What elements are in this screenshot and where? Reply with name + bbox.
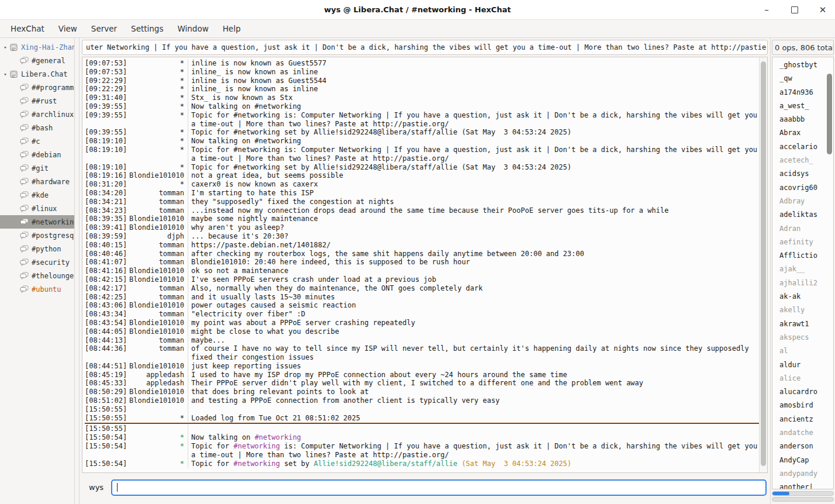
message: ok so not a maintenance bbox=[188, 267, 759, 275]
chat-line: [08:42:17]tommanAlso, normally when they… bbox=[85, 284, 759, 293]
topic-input[interactable]: uter Networking | If you have a question… bbox=[82, 40, 768, 55]
nick: * bbox=[128, 180, 184, 189]
message: Also, normally when they do maintenance,… bbox=[188, 284, 759, 293]
message-text: power outages caused a seismic reaction bbox=[191, 301, 356, 309]
chat-line: [15:50:54]*Topic for #networking is: Com… bbox=[85, 442, 759, 460]
nick: Blondie101010 bbox=[128, 267, 184, 275]
channel-row-general[interactable]: #general bbox=[0, 54, 74, 67]
user-list-panel: _ghostbyt_qwa174n936a_west_aaabbbAbraxac… bbox=[772, 57, 834, 489]
message: my point was about a PPPoE server crashi… bbox=[188, 319, 759, 327]
message-text: Blondie101010: 20:40 here indeed, this i… bbox=[191, 258, 470, 266]
channel-row-programming[interactable]: ##programming bbox=[0, 81, 74, 94]
server-row-xing-hai-zhan[interactable]: ▾Xing-Hai-Zhan bbox=[0, 40, 74, 54]
message: inline_ is now known as inline bbox=[188, 68, 759, 77]
user-count-label: 0 ops, 806 total bbox=[772, 40, 834, 55]
menu-item-settings[interactable]: Settings bbox=[124, 20, 170, 37]
message: might be close to what you describe bbox=[188, 327, 759, 336]
message-text: I'm starting to hate this ISP bbox=[191, 189, 314, 197]
message: ...instead now my connection drops dead … bbox=[188, 206, 759, 215]
channel-row-security[interactable]: #security bbox=[0, 256, 74, 269]
nick-label: wys bbox=[89, 483, 103, 492]
minimize-button[interactable]: – bbox=[761, 5, 772, 15]
message-text: caxerx0 is now known as caxerx bbox=[191, 180, 318, 188]
channel-row-hardware[interactable]: #hardware bbox=[0, 175, 74, 188]
tree-item-label: Libera.Chat bbox=[21, 70, 67, 78]
maximize-button[interactable] bbox=[789, 5, 800, 15]
message-input[interactable] bbox=[111, 479, 767, 496]
channel-row-ubuntu[interactable]: #ubuntu bbox=[0, 282, 74, 296]
nick: tomman bbox=[128, 250, 184, 258]
tree-item-label: #archlinux bbox=[32, 111, 74, 119]
channel-row-thelounge[interactable]: #thelounge bbox=[0, 269, 74, 282]
menubar: HexChatViewServerSettingsWindowHelp bbox=[0, 20, 835, 38]
chat-line: [08:42:25]tommanand it usually lasts 15~… bbox=[85, 293, 759, 302]
tree-item-label: #postgresql bbox=[32, 232, 74, 240]
channel-icon bbox=[20, 191, 29, 199]
nick: tomman bbox=[128, 344, 184, 353]
timestamp: [09:07:53] bbox=[85, 59, 128, 68]
chat-line: [08:34:21]tommanthey "supposedly" fixed … bbox=[85, 198, 759, 206]
tree-item-label: #kde bbox=[32, 191, 49, 199]
close-button[interactable]: ✕ bbox=[817, 5, 828, 15]
message: they "supposedly" fixed the congestion a… bbox=[188, 198, 759, 206]
message-text: inline is now known as Guest5544 bbox=[191, 77, 326, 85]
chat-line: [09:22:29]*inline_ is now known as inlin… bbox=[85, 85, 759, 94]
channel-row-linux[interactable]: #linux bbox=[0, 202, 74, 215]
message: Blondie101010: 20:40 here indeed, this i… bbox=[188, 258, 759, 267]
channel-row-bash[interactable]: #bash bbox=[0, 121, 74, 134]
channel-icon bbox=[20, 258, 29, 267]
channel-row-archlinux[interactable]: #archlinux bbox=[0, 108, 74, 121]
message: maybe... bbox=[188, 336, 759, 345]
channel-row-kde[interactable]: #kde bbox=[0, 188, 74, 202]
channel-row-python[interactable]: #python bbox=[0, 242, 74, 256]
nick: * bbox=[128, 163, 184, 172]
chevron-expanded-icon: ▾ bbox=[1, 71, 9, 77]
timestamp: [09:22:29] bbox=[85, 85, 128, 94]
channel-row-git[interactable]: #git bbox=[0, 161, 74, 175]
window-controls: – ✕ bbox=[761, 0, 828, 19]
chat-line: [08:19:10]*Topic for #networking is: Com… bbox=[85, 146, 759, 163]
url-link[interactable]: https://paste.debian.net/1401882/ bbox=[191, 241, 330, 249]
channel-row-postgresql[interactable]: #postgresql bbox=[0, 229, 74, 242]
chat-line: [08:39:59]djph... because it's 20:30? bbox=[85, 232, 759, 241]
timestamp: [09:39:55] bbox=[85, 111, 128, 120]
message-text: #networking bbox=[233, 442, 280, 450]
nick: Blondie101010 bbox=[128, 362, 184, 371]
menu-item-server[interactable]: Server bbox=[84, 20, 124, 37]
main-area: ▾Xing-Hai-Zhan#general▾Libera.Chat##prog… bbox=[0, 38, 835, 504]
chat-line: [09:31:40]*Stx_ is now known as Stx bbox=[85, 94, 759, 102]
timestamp: [09:39:55] bbox=[85, 102, 128, 111]
chat-line: [08:39:41]Blondie101010why aren't you as… bbox=[85, 223, 759, 232]
channel-row-c[interactable]: #c bbox=[0, 134, 74, 148]
timestamp: [15:50:55] bbox=[85, 414, 128, 423]
chat-line: [08:41:16]Blondie101010ok so not a maint… bbox=[85, 267, 759, 275]
message-text: Loaded log from Tue Oct 21 08:51:02 2025 bbox=[191, 414, 360, 422]
message: ... because it's 20:30? bbox=[188, 232, 759, 241]
channel-row-networking[interactable]: #networking bbox=[0, 215, 74, 229]
timestamp: [15:50:54] bbox=[85, 442, 128, 451]
server-row-libera-chat[interactable]: ▾Libera.Chat bbox=[0, 67, 74, 81]
tree-item-label: #linux bbox=[32, 205, 57, 213]
timestamp: [08:45:19] bbox=[85, 371, 128, 379]
chat-line: [08:41:07]tommanBlondie101010: 20:40 her… bbox=[85, 258, 759, 267]
nick: * bbox=[128, 460, 184, 468]
menu-item-help[interactable]: Help bbox=[216, 20, 248, 37]
channel-row-rust[interactable]: ##rust bbox=[0, 94, 74, 108]
menu-item-view[interactable]: View bbox=[51, 20, 84, 37]
userlist-scrollbar[interactable] bbox=[826, 57, 833, 489]
nick: * bbox=[128, 94, 184, 102]
menu-item-window[interactable]: Window bbox=[170, 20, 215, 37]
message-text: inline is now known as Guest5577 bbox=[191, 59, 326, 67]
message: inline is now known as Guest5577 bbox=[188, 59, 759, 68]
chat-scrollbar[interactable] bbox=[759, 57, 767, 472]
menu-item-hexchat[interactable]: HexChat bbox=[4, 20, 51, 37]
server-tree-scrollbar[interactable] bbox=[75, 38, 80, 504]
userlist-scrollbar-thumb[interactable] bbox=[827, 74, 832, 154]
window-title: wys @ Libera.Chat / #networking - HexCha… bbox=[324, 5, 510, 14]
channel-row-debian[interactable]: #debian bbox=[0, 148, 74, 161]
nick: * bbox=[128, 137, 184, 146]
message: caxerx0 is now known as caxerx bbox=[188, 180, 759, 189]
chat-scrollbar-thumb[interactable] bbox=[761, 61, 766, 466]
chat-line: [15:50:55] bbox=[85, 424, 759, 433]
message: Now talking on #networking bbox=[188, 137, 759, 146]
